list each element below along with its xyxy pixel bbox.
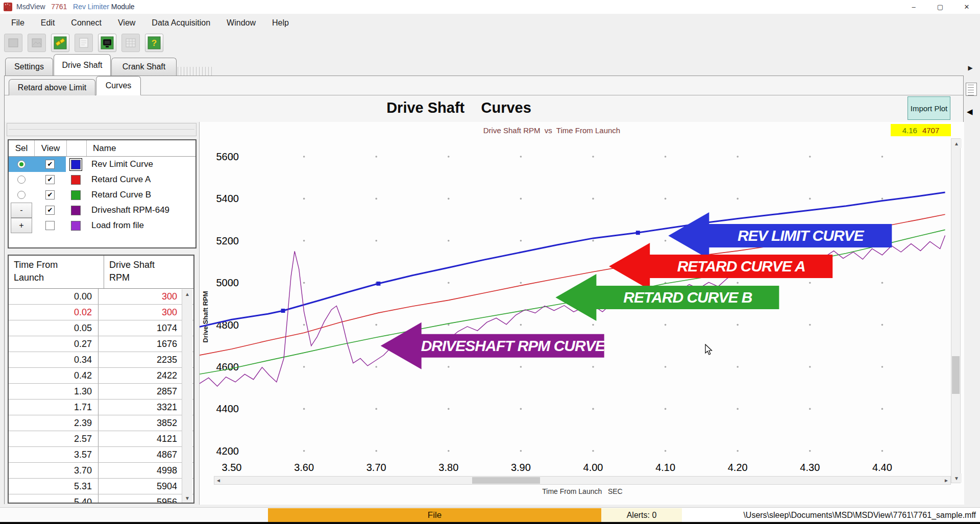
rpm-cell[interactable]: 5956 xyxy=(99,494,193,504)
table-row[interactable]: 0.051074 xyxy=(9,320,193,336)
table-row[interactable]: 1.302857 xyxy=(9,384,193,400)
chart-scroll-down-icon[interactable]: ▼ xyxy=(951,473,962,483)
table-row[interactable]: 5.315904 xyxy=(9,479,193,494)
chart-hscroll-thumb[interactable] xyxy=(472,477,540,484)
menu-item-connect[interactable]: Connect xyxy=(63,14,110,32)
time-cell[interactable]: 1.30 xyxy=(9,384,99,399)
table-row[interactable]: 0.342235 xyxy=(9,352,193,368)
time-cell[interactable]: 1.71 xyxy=(9,400,99,415)
time-cell[interactable]: 2.57 xyxy=(9,431,99,446)
grid-dot xyxy=(809,282,811,284)
time-cell[interactable]: 0.42 xyxy=(9,368,99,383)
curve-view-checkbox[interactable]: ✔ xyxy=(45,190,55,199)
curve-row[interactable]: ✔Retard Curve B xyxy=(9,187,195,203)
time-cell[interactable]: 0.34 xyxy=(9,352,99,367)
curve-name: Retard Curve A xyxy=(85,174,195,185)
curve-row[interactable]: ✔Retard Curve A xyxy=(9,172,195,187)
maximize-button[interactable]: ▢ xyxy=(927,0,953,14)
chart-plot-area[interactable]: 560054005200500048004600440042003.503.60… xyxy=(200,123,950,475)
grid-dot xyxy=(592,324,594,326)
chart-vertical-scrollbar[interactable]: ▲ ▼ xyxy=(951,138,961,483)
rpm-cell[interactable]: 3321 xyxy=(99,400,193,415)
curve-row[interactable]: -✔Driveshaft RPM-649 xyxy=(9,203,195,218)
chart-horizontal-scrollbar[interactable]: ◄ ► xyxy=(214,476,951,485)
time-cell[interactable]: 3.70 xyxy=(9,463,99,478)
tab-settings[interactable]: Settings xyxy=(5,58,53,76)
menu-item-window[interactable]: Window xyxy=(218,14,264,32)
table-row[interactable]: 0.00300 xyxy=(9,289,193,305)
chart-scroll-left-icon[interactable]: ◄ xyxy=(214,477,223,484)
rpm-cell[interactable]: 4121 xyxy=(99,431,193,446)
scroll-up-icon[interactable]: ▲ xyxy=(182,289,192,298)
curve-view-checkbox[interactable]: ✔ xyxy=(45,175,55,184)
rpm-cell[interactable]: 1074 xyxy=(99,320,193,336)
collapsed-panel-strip[interactable] xyxy=(7,123,197,136)
rpm-cell[interactable]: 3852 xyxy=(99,415,193,431)
menu-item-view[interactable]: View xyxy=(110,14,143,32)
table-row[interactable]: 0.422422 xyxy=(9,368,193,384)
grid-dot xyxy=(592,366,594,368)
table-scrollbar[interactable]: ▲ ▼ xyxy=(182,289,192,503)
chart-vscroll-thumb[interactable] xyxy=(952,356,960,394)
subtab-retard-above-limit[interactable]: Retard above Limit xyxy=(9,79,95,95)
rpm-cell[interactable]: 2422 xyxy=(99,368,193,383)
rpm-cell[interactable]: 1676 xyxy=(99,336,193,352)
time-cell[interactable]: 3.57 xyxy=(9,447,99,462)
table-row[interactable]: 3.574867 xyxy=(9,447,193,463)
table-row[interactable]: 5.405956 xyxy=(9,494,193,504)
chart-scroll-right-icon[interactable]: ► xyxy=(942,477,950,484)
time-cell[interactable]: 0.27 xyxy=(9,336,99,352)
mouse-cursor xyxy=(704,344,715,356)
collapse-left-icon[interactable]: ◀ xyxy=(967,107,973,116)
table-row[interactable]: 0.02300 xyxy=(9,305,193,320)
tab-crank-shaft[interactable]: Crank Shaft xyxy=(111,58,177,76)
curve-select-radio[interactable] xyxy=(17,191,26,199)
table-row[interactable]: 1.713321 xyxy=(9,400,193,415)
rpm-cell[interactable]: 4998 xyxy=(99,463,193,478)
panel-layout-icon[interactable] xyxy=(966,83,977,96)
help-icon[interactable]: ? xyxy=(145,34,163,52)
time-cell[interactable]: 0.02 xyxy=(9,305,99,320)
scroll-down-icon[interactable]: ▼ xyxy=(182,493,192,503)
menu-item-data-acquisition[interactable]: Data Acquisition xyxy=(143,14,218,32)
menu-item-file[interactable]: File xyxy=(3,14,33,32)
add-curve-button[interactable]: + xyxy=(11,218,32,233)
time-cell[interactable]: 5.40 xyxy=(9,494,99,504)
table-row[interactable]: 0.271676 xyxy=(9,336,193,352)
minimize-button[interactable]: – xyxy=(900,0,927,14)
rpm-cell[interactable]: 2235 xyxy=(99,352,193,367)
curve-row[interactable]: +Load from file xyxy=(9,218,195,233)
subtab-curves[interactable]: Curves xyxy=(96,76,141,95)
menu-item-help[interactable]: Help xyxy=(264,14,297,32)
remove-curve-button[interactable]: - xyxy=(11,203,32,218)
connect-device-icon[interactable] xyxy=(51,34,69,52)
menu-item-edit[interactable]: Edit xyxy=(33,14,63,32)
curve-view-checkbox[interactable]: ✔ xyxy=(45,160,55,169)
rpm-cell[interactable]: 300 xyxy=(99,289,193,304)
table-row[interactable]: 3.704998 xyxy=(9,463,193,479)
program-device-icon[interactable] xyxy=(98,34,116,52)
status-file-section[interactable]: File xyxy=(268,508,601,522)
rpm-cell[interactable]: 2857 xyxy=(99,384,193,399)
table-row[interactable]: 2.393852 xyxy=(9,415,193,431)
grid-dot xyxy=(737,324,739,326)
curve-select-radio[interactable] xyxy=(17,176,26,184)
time-cell[interactable]: 5.31 xyxy=(9,479,99,494)
time-cell[interactable]: 0.05 xyxy=(9,320,99,336)
curve-row[interactable]: ✔Rev Limit Curve xyxy=(9,157,195,172)
grid-dot xyxy=(375,324,377,326)
chart-scroll-up-icon[interactable]: ▲ xyxy=(951,139,962,148)
table-row[interactable]: 2.574121 xyxy=(9,431,193,447)
time-cell[interactable]: 2.39 xyxy=(9,415,99,431)
rpm-cell[interactable]: 4867 xyxy=(99,447,193,462)
rpm-cell[interactable]: 300 xyxy=(99,305,193,320)
curve-select-radio[interactable] xyxy=(17,160,26,168)
curve-view-checkbox[interactable] xyxy=(45,221,55,230)
close-button[interactable]: ✕ xyxy=(953,0,980,14)
curve-view-checkbox[interactable]: ✔ xyxy=(45,206,55,215)
rpm-cell[interactable]: 5904 xyxy=(99,479,193,494)
tab-scroll-right-icon[interactable]: ▶ xyxy=(965,62,976,73)
time-cell[interactable]: 0.00 xyxy=(9,289,99,304)
tab-drive-shaft[interactable]: Drive Shaft xyxy=(54,54,111,76)
import-plot-button[interactable]: Import Plot xyxy=(908,96,950,120)
